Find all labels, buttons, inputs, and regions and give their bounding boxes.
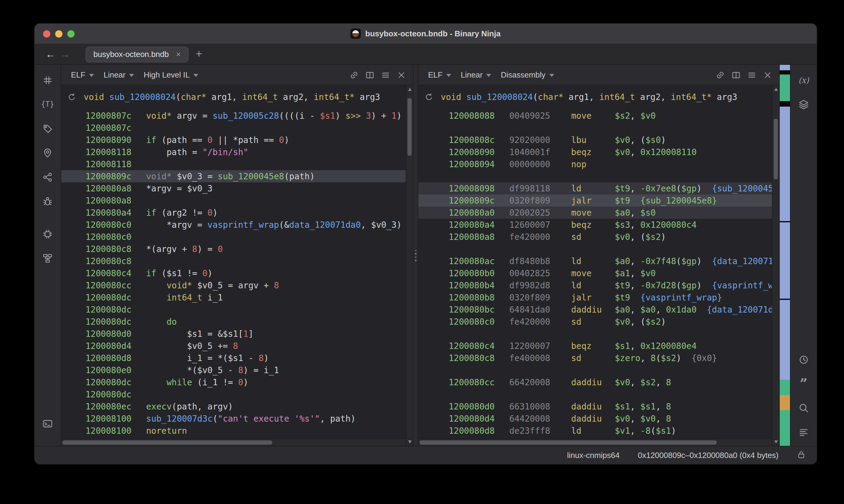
types-icon[interactable]: {T}	[40, 96, 55, 112]
code-line[interactable]: 120008118 path = "/bin/sh"	[61, 146, 406, 158]
disasm-line[interactable]	[418, 388, 772, 400]
forward-button[interactable]: →	[57, 49, 72, 60]
code-line[interactable]: 1200080a4if (arg2 != 0)	[61, 206, 406, 219]
back-button[interactable]: ←	[43, 49, 57, 60]
code-line[interactable]: 12000807cvoid* argv = sub_120005c28((((i…	[61, 110, 406, 122]
hlil-function-signature[interactable]: void sub_120008024(char* arg1, int64_t a…	[61, 89, 406, 105]
view-type-dropdown[interactable]: ELF	[423, 70, 456, 79]
disasm-line[interactable]	[418, 328, 772, 340]
new-tab-button[interactable]: +	[196, 48, 202, 60]
disasm-vertical-scrollbar[interactable]	[772, 85, 779, 446]
refresh-icon[interactable]	[67, 92, 76, 102]
disasm-line[interactable]	[418, 122, 772, 134]
view-type-dropdown[interactable]: ELF	[66, 70, 99, 79]
code-line[interactable]: 120008100sub_120007d3c("can't execute '%…	[61, 413, 406, 425]
disasm-line[interactable]: 1200080b000402825move$a1, $v0	[418, 267, 772, 279]
code-line[interactable]: 1200080ecexecv(path, argv)	[61, 400, 406, 413]
code-line[interactable]: 1200080dc while (i_1 != 0)	[61, 376, 406, 388]
disasm-line[interactable]: 1200080b80320f809jalr$t9 {vasprintf_wrap…	[418, 291, 772, 304]
code-line[interactable]: 1200080d0 $s1 = &$s1[1]	[61, 328, 406, 340]
pane-splitter[interactable]	[413, 65, 418, 446]
hlil-code-area[interactable]: void sub_120008024(char* arg1, int64_t a…	[61, 85, 406, 446]
terminal-icon[interactable]	[40, 416, 55, 431]
code-line[interactable]: 1200080c8*(argv + 8) = 0	[61, 243, 406, 255]
code-line[interactable]: 1200080c0	[61, 231, 406, 243]
disasm-line[interactable]: 1200080c412200007beqz$s1, 0x1200080e4	[418, 340, 772, 352]
tab-close-icon[interactable]: ×	[176, 50, 181, 59]
hlil-horizontal-scrollbar[interactable]	[61, 438, 406, 446]
disasm-line[interactable]: 12000808800409025move$s2, $v0	[418, 110, 772, 122]
comments-icon[interactable]: ”	[796, 376, 812, 391]
link-icon[interactable]	[347, 68, 361, 82]
components-icon[interactable]	[40, 226, 55, 242]
link-icon[interactable]	[713, 68, 727, 82]
disasm-line[interactable]: 1200080d066310008daddiu$s1, $s1, 8	[418, 400, 772, 413]
disasm-line[interactable]: 1200080d464420008daddiu$v0, $v0, 8	[418, 413, 772, 425]
disasm-line[interactable]: 1200080d8de23fff8ld$v1, -8($s1)	[418, 425, 772, 437]
splitter-handle[interactable]	[415, 250, 416, 261]
disasm-line[interactable]: 1200080acdf8480b8ld$a0, -0x7f48($gp) {da…	[418, 255, 772, 267]
layout-dropdown[interactable]: Linear	[456, 70, 496, 79]
split-icon[interactable]	[363, 68, 377, 82]
disasm-line[interactable]	[418, 243, 772, 255]
code-line[interactable]: 1200080cc void* $v0_5 = argv + 8	[61, 279, 406, 291]
log-icon[interactable]	[796, 424, 812, 440]
scroll-down-arrow[interactable]	[406, 438, 413, 446]
feature-map[interactable]	[779, 65, 790, 446]
disasm-line[interactable]	[418, 170, 772, 182]
tags-icon[interactable]	[40, 121, 55, 136]
memory-map-icon[interactable]	[40, 145, 55, 161]
variables-icon[interactable]: (x)	[796, 72, 812, 88]
disasm-line[interactable]: 1200080b4df9982d8ld$t9, -0x7d28($gp) {va…	[418, 279, 772, 291]
menu-icon[interactable]	[744, 68, 758, 82]
code-line[interactable]: 1200080dc	[61, 388, 406, 400]
close-pane-icon[interactable]	[760, 68, 774, 82]
disasm-horizontal-scrollbar[interactable]	[418, 438, 772, 446]
disasm-line[interactable]	[418, 364, 772, 376]
code-line[interactable]: 1200080dc do	[61, 316, 406, 328]
code-line[interactable]: 120008090if (path == 0 || *path == 0)	[61, 134, 406, 146]
scroll-down-arrow[interactable]	[773, 438, 779, 446]
code-line[interactable]: 1200080a8*argv = $v0_3	[61, 182, 406, 195]
layout-dropdown[interactable]: Linear	[99, 70, 139, 79]
cross-references-icon[interactable]	[40, 169, 55, 185]
lock-icon[interactable]	[797, 450, 806, 461]
disasm-line[interactable]: 1200080cc66420008daddiu$v0, $s2, 8	[418, 376, 772, 388]
menu-icon[interactable]	[378, 68, 392, 82]
horizontal-scrollbar-thumb[interactable]	[63, 440, 273, 445]
symbols-icon[interactable]	[40, 72, 55, 88]
disasm-line[interactable]: 1200080bc64841da0daddiu$a0, $a0, 0x1da0 …	[418, 304, 772, 316]
vertical-scrollbar-thumb[interactable]	[408, 98, 412, 156]
disasm-line[interactable]: 1200080a412600007beqz$s3, 0x1200080c4	[418, 219, 772, 231]
disasm-line[interactable]: 1200080a002002025move$a0, $s0	[418, 206, 772, 219]
code-line[interactable]: 12000809cvoid* $v0_3 = sub_1200045e8(pat…	[61, 170, 406, 182]
history-icon[interactable]	[796, 352, 812, 367]
disasm-line[interactable]: 1200080c0fe420000sd$v0, ($s2)	[418, 316, 772, 328]
horizontal-scrollbar-thumb[interactable]	[419, 440, 717, 445]
hlil-vertical-scrollbar[interactable]	[406, 85, 413, 446]
code-line[interactable]: 1200080c4if ($s1 != 0)	[61, 267, 406, 279]
search-icon[interactable]	[796, 400, 812, 416]
il-level-dropdown[interactable]: Disassembly	[496, 70, 559, 79]
code-line[interactable]: 1200080c0 *argv = vasprintf_wrap(&data_1…	[61, 219, 406, 231]
code-line[interactable]: 120008100noreturn	[61, 425, 406, 437]
code-line[interactable]: 1200080c8	[61, 255, 406, 267]
disasm-line[interactable]: 120008098df998118ld$t9, -0x7ee8($gp) {su…	[418, 182, 772, 195]
mini-graph-icon[interactable]	[40, 250, 55, 266]
code-line[interactable]: 12000807c	[61, 122, 406, 134]
vertical-scrollbar-thumb[interactable]	[774, 119, 778, 179]
close-window-button[interactable]	[43, 30, 50, 37]
scroll-up-arrow[interactable]	[406, 85, 413, 93]
code-line[interactable]: 1200080dc int64_t i_1	[61, 291, 406, 304]
code-line[interactable]: 1200080dc	[61, 304, 406, 316]
debugger-icon[interactable]	[40, 193, 55, 209]
tab-busybox-octeon[interactable]: busybox-octeon.bndb ×	[86, 46, 189, 62]
code-line[interactable]: 120008118	[61, 158, 406, 170]
zoom-window-button[interactable]	[67, 30, 74, 37]
disasm-line[interactable]: 1200080901040001fbeqz$v0, 0x120008110	[418, 146, 772, 158]
disassembly-code-area[interactable]: void sub_120008024(char* arg1, int64_t a…	[418, 85, 772, 446]
il-level-dropdown[interactable]: High Level IL	[139, 70, 203, 79]
close-pane-icon[interactable]	[394, 68, 408, 82]
minimize-window-button[interactable]	[55, 30, 63, 37]
refresh-icon[interactable]	[425, 92, 433, 102]
